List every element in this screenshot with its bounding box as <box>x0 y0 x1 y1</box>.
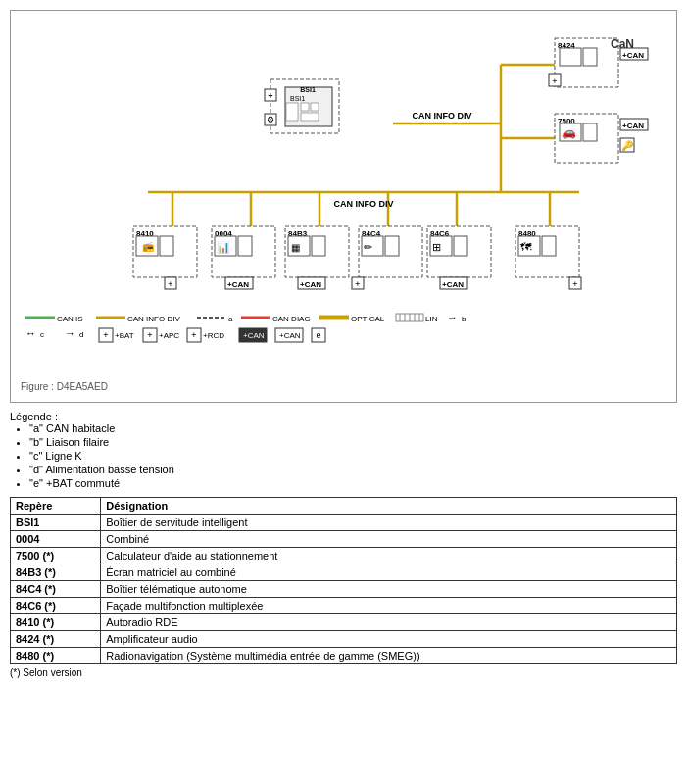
legend-lines: CAN IS CAN INFO DIV a CAN DIAG OPTICAL L… <box>25 312 466 342</box>
svg-text:+CAN: +CAN <box>622 51 644 60</box>
svg-text:🔑: 🔑 <box>621 139 634 152</box>
legende-item-c: "c" Ligne K <box>29 450 677 462</box>
svg-text:→: → <box>447 312 458 323</box>
svg-text:🗺: 🗺 <box>520 241 532 253</box>
svg-text:+CAN: +CAN <box>622 122 644 130</box>
desc-cell: Calculateur d'aide au stationnement <box>101 548 677 564</box>
desc-cell: Boîtier télématique autonome <box>101 581 677 598</box>
table-row: 84C6 (*) Façade multifonction multiplexé… <box>11 598 677 614</box>
figure-label: Figure : D4EA5AED <box>21 381 666 392</box>
svg-text:CAN INFO DIV: CAN INFO DIV <box>127 315 180 323</box>
table-row: 8424 (*) Amplificateur audio <box>11 631 677 648</box>
svg-rect-57 <box>312 236 325 256</box>
svg-text:+: + <box>552 76 557 86</box>
legende-item-d: "d" Alimentation basse tension <box>29 464 677 475</box>
svg-text:+: + <box>572 279 577 289</box>
svg-text:📊: 📊 <box>217 240 230 254</box>
desc-cell: Amplificateur audio <box>101 631 677 648</box>
svg-text:+: + <box>168 279 172 289</box>
svg-text:a: a <box>228 315 233 323</box>
ref-cell: 0004 <box>11 531 101 548</box>
svg-text:+: + <box>191 330 196 340</box>
table-row: 84B3 (*) Écran matriciel au combiné <box>11 564 677 581</box>
reference-table: Repère Désignation BSI1 Boîtier de servi… <box>10 497 677 664</box>
node-8480: 8480 🗺 + <box>515 226 581 289</box>
table-row: 8410 (*) Autoradio RDE <box>11 614 677 631</box>
svg-text:d: d <box>79 330 83 339</box>
desc-cell: Écran matriciel au combiné <box>101 564 677 581</box>
svg-text:+CAN: +CAN <box>227 280 249 289</box>
svg-text:OPTICAL: OPTICAL <box>351 315 385 323</box>
table-row: 0004 Combiné <box>11 531 677 548</box>
svg-text:▦: ▦ <box>291 242 300 253</box>
ref-cell: 7500 (*) <box>11 548 101 564</box>
svg-rect-50 <box>238 236 252 256</box>
svg-rect-43 <box>160 236 173 256</box>
legende-item-a: "a" CAN habitacle <box>29 422 677 434</box>
node-0004: 0004 📊 +CAN <box>212 226 275 289</box>
svg-rect-35 <box>583 123 597 141</box>
svg-rect-64 <box>385 236 399 256</box>
legende-item-b: "b" Liaison filaire <box>29 436 677 448</box>
svg-rect-26 <box>583 48 597 66</box>
desc-cell: Radionavigation (Système multimédia entr… <box>101 648 677 664</box>
svg-text:LIN: LIN <box>425 315 438 323</box>
main-diagram-container: + ⚙ BSI1 BSI1 CAN INFO DIV CAN INFO DIV … <box>10 10 677 403</box>
svg-text:CAN IS: CAN IS <box>57 315 83 323</box>
svg-text:+: + <box>355 279 360 289</box>
table-row: 7500 (*) Calculateur d'aide au stationne… <box>11 548 677 564</box>
node-84C6: 84C6 ⊞ +CAN <box>427 226 491 289</box>
svg-rect-19 <box>301 103 309 111</box>
svg-rect-21 <box>301 113 319 121</box>
svg-text:+CAN: +CAN <box>279 331 301 340</box>
col-header-designation: Désignation <box>101 498 677 514</box>
table-row: 8480 (*) Radionavigation (Système multim… <box>11 648 677 664</box>
node-84C4: 84C4 ✏ + <box>352 226 422 289</box>
legende-title: Légende : <box>10 411 58 422</box>
svg-text:+: + <box>147 330 152 340</box>
node-84B3: 84B3 ▦ +CAN <box>285 226 349 289</box>
can-info-div-label1: CAN INFO DIV <box>412 111 471 121</box>
svg-text:b: b <box>462 315 466 323</box>
svg-text:BSI1: BSI1 <box>290 95 305 102</box>
svg-text:+: + <box>103 330 108 340</box>
legende-list: "a" CAN habitacle "b" Liaison filaire "c… <box>29 422 677 489</box>
svg-text:📻: 📻 <box>142 240 155 253</box>
svg-text:→: → <box>65 327 75 339</box>
ref-cell: BSI1 <box>11 514 101 531</box>
svg-rect-18 <box>286 103 298 121</box>
svg-text:+BAT: +BAT <box>115 331 134 340</box>
svg-text:+CAN: +CAN <box>442 280 464 289</box>
ref-cell: 84B3 (*) <box>11 564 101 581</box>
legende-item-e: "e" +BAT commuté <box>29 477 677 489</box>
svg-text:+CAN: +CAN <box>300 280 321 289</box>
col-header-repere: Repère <box>11 498 101 514</box>
node-7500: 7500 🚗 +CAN 🔑 <box>555 114 648 163</box>
svg-text:⊞: ⊞ <box>432 241 441 253</box>
can-label: CaN <box>611 37 634 51</box>
svg-text:+RCD: +RCD <box>203 331 224 340</box>
svg-rect-71 <box>454 236 467 256</box>
desc-cell: Autoradio RDE <box>101 614 677 631</box>
legende-section: Légende : "a" CAN habitacle "b" Liaison … <box>10 411 677 489</box>
svg-text:BSI1: BSI1 <box>300 86 316 93</box>
ref-cell: 8480 (*) <box>11 648 101 664</box>
can-info-div-label2: CAN INFO DIV <box>333 199 393 209</box>
svg-text:✏: ✏ <box>364 241 373 253</box>
ref-cell: 8410 (*) <box>11 614 101 631</box>
circuit-diagram: + ⚙ BSI1 BSI1 CAN INFO DIV CAN INFO DIV … <box>21 21 685 373</box>
table-row: BSI1 Boîtier de servitude intelligent <box>11 514 677 531</box>
svg-text:CAN DIAG: CAN DIAG <box>272 315 311 323</box>
svg-text:⚙: ⚙ <box>267 115 274 124</box>
node-8410: 8410 📻 + <box>133 226 197 289</box>
svg-text:+: + <box>268 91 272 101</box>
svg-rect-20 <box>311 103 319 111</box>
table-row: 84C4 (*) Boîtier télématique autonome <box>11 581 677 598</box>
svg-text:e: e <box>316 330 320 340</box>
svg-text:🚗: 🚗 <box>562 124 576 139</box>
ref-cell: 84C6 (*) <box>11 598 101 614</box>
ref-cell: 8424 (*) <box>11 631 101 648</box>
svg-text:+APC: +APC <box>159 331 179 340</box>
desc-cell: Boîtier de servitude intelligent <box>101 514 677 531</box>
table-footnote: (*) Selon version <box>10 667 677 678</box>
